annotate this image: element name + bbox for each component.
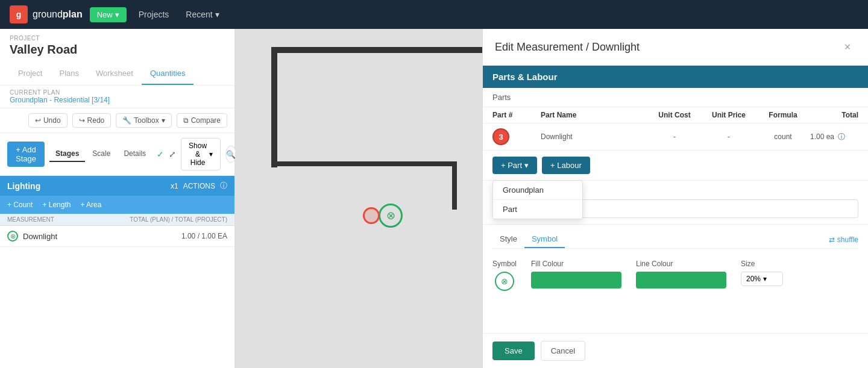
measurement-row[interactable]: ⊗ Downlight 1.00 / 1.00 EA [0,226,234,247]
logo-text: groundplan [33,9,83,20]
symbol-tab[interactable]: Symbol [524,231,565,248]
compare-button[interactable]: ⧉ Compare [177,113,227,128]
stage-controls: + Add Stage Stages Scale Details ✓ ⤢ Sho… [0,133,234,176]
measurement-header: MEASUREMENT TOTAL (PLAN) / TOTAL (PROJEC… [0,214,234,226]
lighting-header: Lighting x1 ACTIONS ⓘ [0,176,234,196]
dropdown-arrow-icon: ▾ [763,275,767,283]
part-name-cell: Downlight [541,133,647,141]
cancel-button[interactable]: Cancel [541,341,585,361]
close-button[interactable]: × [839,39,856,55]
main-layout: PROJECT Valley Road Project Plans Worksh… [0,29,868,368]
fill-colour-swatch[interactable] [531,272,621,288]
undo-button[interactable]: ↩ Undo [28,113,68,128]
right-panel: Edit Measurement / Downlight × Parts & L… [482,29,868,368]
style-tab[interactable]: Style [492,231,524,248]
add-stage-button[interactable]: + Add Stage [7,142,45,167]
style-tabs: Style Symbol ⇄ shuffle [492,231,858,249]
top-nav: g groundplan New ▾ Projects Recent ▾ [0,0,868,29]
stages-tab[interactable]: Stages [49,146,85,162]
new-button[interactable]: New ▾ [90,7,127,22]
add-count-button[interactable]: + Count [7,201,33,209]
add-labour-button[interactable]: + Labour [542,157,590,174]
dropdown-arrow-icon: ▾ [215,10,219,19]
circle-info-icon: ⓘ [220,181,227,191]
count-row: + Count + Length + Area [0,196,234,214]
recent-nav-link[interactable]: Recent ▾ [181,7,224,22]
sub-nav-project[interactable]: Project [10,63,51,85]
total-cell: 1.00 ea ⓘ [810,132,858,142]
style-section: Style Symbol ⇄ shuffle Symbol ⊗ Fill Col… [483,225,868,302]
symbol-col: Symbol ⊗ [492,260,517,291]
line-colour-swatch[interactable] [636,272,726,288]
col-header-formula: Formula [756,111,810,119]
search-icon: 🔍 [226,150,236,159]
sub-nav-plans[interactable]: Plans [51,63,87,85]
sub-nav-worksheet[interactable]: Worksheet [87,63,142,85]
selection-circle [363,207,380,224]
col-header-part-num: Part # [492,111,541,119]
add-part-button[interactable]: + Part ▾ [492,157,537,174]
unit-price-cell: - [702,133,756,141]
copy-icon: ⧉ [183,116,189,125]
svg-rect-4 [452,161,457,210]
parts-table: Part # Part Name Unit Cost Unit Price Fo… [483,107,868,151]
dropdown-groundplan[interactable]: Groundplan [493,181,582,199]
lighting-group: Lighting x1 ACTIONS ⓘ + Count + Length +… [0,176,234,214]
add-length-button[interactable]: + Length [42,201,71,209]
details-tab[interactable]: Details [118,146,152,162]
scale-tab[interactable]: Scale [86,146,116,162]
parts-label: Parts [483,88,868,107]
downlight-marker: ⊗ [379,204,403,228]
col-header-unit-cost: Unit Cost [647,111,702,119]
part-buttons-area: + Part ▾ + Labour Groundplan Part [483,151,868,181]
project-name: Valley Road [0,43,234,63]
project-label: PROJECT [0,29,234,43]
redo-icon: ↪ [79,116,85,125]
wrench-icon: 🔧 [122,116,131,125]
parts-section-header: Parts & Labour [483,66,868,88]
dropdown-part[interactable]: Part [493,200,582,219]
dialog-title: Edit Measurement / Downlight [495,41,839,54]
check-icon: ✓ [157,149,164,159]
save-button[interactable]: Save [492,341,535,360]
canvas-downlight-symbol: ⊗ [379,204,403,228]
expand-icon: ⤢ [169,149,176,159]
dialog-header: Edit Measurement / Downlight × [483,29,868,66]
lighting-actions: x1 ACTIONS ⓘ [171,181,227,191]
toolbar-area: ↩ Undo ↪ Redo 🔧 Toolbox ▾ ⧉ Compare [0,108,234,133]
projects-nav-link[interactable]: Projects [134,7,174,22]
redo-button[interactable]: ↪ Redo [72,113,112,128]
sub-nav-quantities[interactable]: Quantities [142,63,194,85]
sub-nav: Project Plans Worksheet Quantities [0,63,234,86]
toolbox-button[interactable]: 🔧 Toolbox ▾ [116,113,171,128]
save-bar: Save Cancel [483,333,868,368]
part-dropdown-menu: Groundplan Part [492,180,583,219]
col-header-part-name: Part Name [541,111,647,119]
shuffle-button[interactable]: ⇄ shuffle [829,235,858,244]
svg-rect-1 [271,47,277,167]
size-select[interactable]: 20% ▾ [741,272,783,286]
dropdown-arrow-icon: ▾ [209,150,213,158]
svg-rect-3 [271,161,452,166]
svg-rect-0 [271,47,482,53]
shuffle-icon: ⇄ [829,235,835,244]
col-header-total: Total [810,111,858,119]
col-header-unit-price: Unit Price [702,111,756,119]
fill-colour-col: Fill Colour [531,260,621,288]
plan-info: CURRENT PLAN Groundplan - Residential [3… [0,86,234,108]
add-area-button[interactable]: + Area [80,201,101,209]
dropdown-arrow-icon: ▾ [524,161,529,170]
part-badge: 3 [492,128,541,145]
canvas-area: ⊗ [235,29,482,368]
floor-plan-svg [235,29,482,368]
dropdown-arrow-icon: ▾ [115,10,119,19]
table-row[interactable]: 3 Downlight - - count 1.00 ea ⓘ [483,123,868,151]
logo-icon: g [10,5,28,23]
show-hide-button[interactable]: Show & Hide ▾ [181,138,221,170]
stage-tabs: Stages Scale Details [49,146,152,162]
formula-cell: count [756,133,810,141]
symbol-preview[interactable]: ⊗ [495,272,514,291]
parts-table-header: Part # Part Name Unit Cost Unit Price Fo… [483,107,868,123]
size-col: Size 20% ▾ [741,260,783,286]
row-action-icon[interactable]: ⓘ [838,132,845,142]
